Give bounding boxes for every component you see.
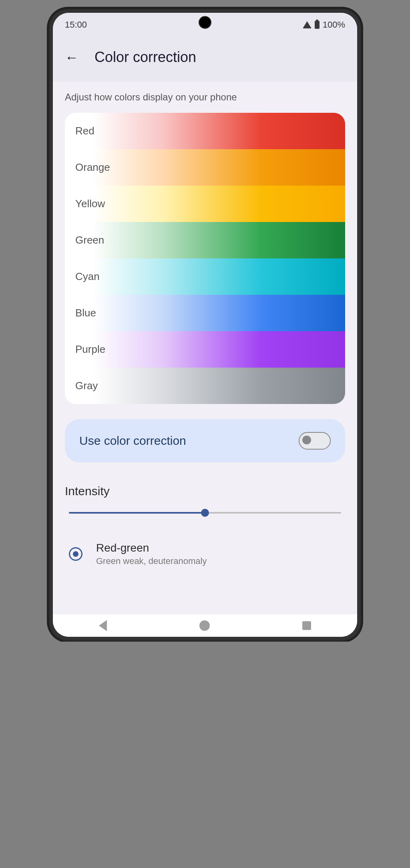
- intensity-label: Intensity: [65, 484, 345, 498]
- phone-screen: 15:00 100% ← Color correction Adjust how…: [53, 13, 357, 637]
- color-palette: Red Orange Yellow Green Cyan: [65, 113, 345, 404]
- content-area: Adjust how colors display on your phone …: [53, 82, 357, 576]
- slider-fill: [69, 512, 205, 514]
- status-time: 15:00: [65, 20, 87, 30]
- color-row-green: Green: [65, 222, 345, 258]
- nav-back-icon[interactable]: [99, 620, 107, 631]
- option-subtitle: Green weak, deuteranomaly: [96, 556, 207, 566]
- slider-thumb[interactable]: [201, 509, 209, 517]
- toggle-label: Use color correction: [79, 434, 186, 448]
- nav-home-icon[interactable]: [199, 620, 210, 631]
- option-title: Red-green: [96, 542, 207, 554]
- color-label: Red: [75, 125, 94, 137]
- color-row-red: Red: [65, 113, 345, 149]
- back-button[interactable]: ←: [65, 50, 78, 65]
- color-label: Purple: [75, 343, 105, 356]
- app-header: ← Color correction: [53, 37, 357, 82]
- color-label: Orange: [75, 161, 110, 174]
- page-subtitle: Adjust how colors display on your phone: [65, 92, 345, 103]
- intensity-section: Intensity: [65, 484, 345, 514]
- camera-punch-hole: [199, 16, 211, 29]
- toggle-thumb: [302, 436, 311, 444]
- radio-selected-icon: [73, 551, 78, 557]
- color-label: Blue: [75, 307, 96, 319]
- color-label: Gray: [75, 380, 98, 392]
- color-row-gray: Gray: [65, 368, 345, 404]
- color-correction-toggle[interactable]: [299, 432, 331, 450]
- intensity-slider[interactable]: [69, 512, 341, 514]
- page-title: Color correction: [94, 49, 196, 66]
- battery-percentage: 100%: [323, 20, 345, 30]
- status-icons: 100%: [303, 20, 345, 30]
- color-label: Green: [75, 234, 104, 246]
- phone-frame: 15:00 100% ← Color correction Adjust how…: [48, 8, 362, 642]
- color-row-purple: Purple: [65, 331, 345, 368]
- nav-recent-icon[interactable]: [302, 621, 311, 630]
- battery-icon: [315, 21, 320, 29]
- color-row-orange: Orange: [65, 149, 345, 186]
- wifi-icon: [303, 21, 312, 28]
- color-row-cyan: Cyan: [65, 258, 345, 295]
- color-label: Yellow: [75, 198, 105, 210]
- option-red-green[interactable]: Red-green Green weak, deuteranomaly: [65, 542, 345, 566]
- color-row-blue: Blue: [65, 295, 345, 331]
- use-color-correction-card[interactable]: Use color correction: [65, 419, 345, 462]
- color-row-yellow: Yellow: [65, 186, 345, 222]
- option-text: Red-green Green weak, deuteranomaly: [96, 542, 207, 566]
- radio-button[interactable]: [69, 547, 82, 561]
- color-label: Cyan: [75, 270, 100, 283]
- navigation-bar: [53, 614, 357, 637]
